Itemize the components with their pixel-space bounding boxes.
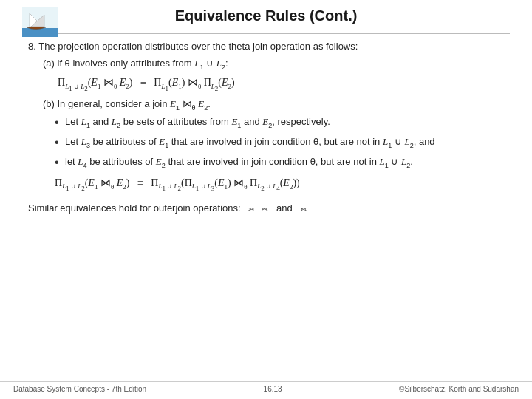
part-b: (b) In general, consider a join E1 ⋈θ E2…: [28, 98, 504, 113]
footer-left: Database System Concepts - 7th Edition: [13, 385, 146, 393]
header: Equivalence Rules (Cont.): [22, 7, 510, 24]
svg-rect-1: [22, 28, 58, 37]
logo: [22, 7, 58, 37]
footer-center: 16.13: [264, 385, 282, 393]
bullet-item-2: • Let L3 be attributes of E1 that are in…: [55, 135, 504, 151]
bullet-2-text: Let L3 be attributes of E1 that are invo…: [65, 135, 504, 150]
page-title: Equivalence Rules (Cont.): [175, 7, 358, 24]
bullet-item-1: • Let L1 and L2 be sets of attributes fr…: [55, 115, 504, 131]
header-divider: [22, 33, 510, 34]
similar-equivalences: Similar equivalences hold for outerjoin …: [28, 202, 504, 216]
part-a-label: (a) if θ involves only attributes from L…: [43, 57, 504, 72]
footer-right: ©Silberschatz, Korth and Sudarshan: [399, 385, 519, 393]
rule8-intro-text: 8. The projection operation distributes …: [28, 41, 358, 52]
bullet-1-text: Let L1 and L2 be sets of attributes from…: [65, 115, 504, 130]
main-content: 8. The projection operation distributes …: [22, 40, 510, 216]
bullet-item-3: • let L4 be attributes of E2 that are in…: [55, 155, 504, 171]
part-a: (a) if θ involves only attributes from L…: [28, 57, 504, 95]
bullet-list: • Let L1 and L2 be sets of attributes fr…: [28, 115, 504, 170]
formula-2: ΠL1 ∪ L2(E1 ⋈θ E2) ≡ ΠL1 ∪ L2(ΠL1 ∪ L3(E…: [28, 175, 504, 194]
bullet-3-text: let L4 be attributes of E2 that are invo…: [65, 155, 504, 170]
bullet-1-dot: •: [55, 115, 65, 131]
part-b-label: (b) In general, consider a join E1 ⋈θ E2…: [43, 98, 504, 113]
part-a-formula: ΠL1 ∪ L2(E1 ⋈θ E2) ≡ ΠL1(E1) ⋈θ ΠL2(E2): [43, 75, 504, 94]
bullet-2-dot: •: [55, 135, 65, 151]
rule8-intro: 8. The projection operation distributes …: [28, 40, 504, 54]
bullet-3-dot: •: [55, 155, 65, 171]
footer: Database System Concepts - 7th Edition 1…: [0, 381, 532, 393]
page: Equivalence Rules (Cont.) 8. The project…: [0, 0, 532, 399]
